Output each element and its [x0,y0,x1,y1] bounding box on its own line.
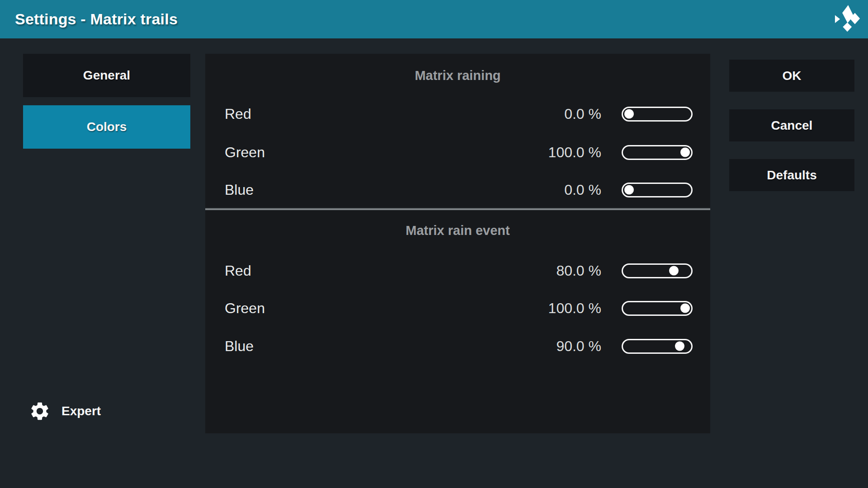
ok-button[interactable]: OK [729,60,854,92]
setting-value: 100.0 % [548,144,601,161]
settings-panel: Matrix raining Red 0.0 % Green 100.0 % B… [205,54,710,433]
setting-label: Red [225,106,564,122]
defaults-button[interactable]: Defaults [729,159,854,191]
section-header-matrix-raining: Matrix raining [205,61,710,90]
setting-row-event-red: Red 80.0 % [225,255,693,286]
sidebar-item-label: Colors [87,120,127,134]
setting-label: Blue [225,338,556,355]
slider-knob[interactable] [680,304,690,313]
gear-icon [29,400,51,422]
slider-knob[interactable] [675,342,684,351]
setting-value: 0.0 % [564,182,601,198]
section-divider [205,207,710,210]
green-slider[interactable] [622,145,693,160]
kodi-logo-icon [833,4,861,33]
settings-level-toggle[interactable]: Expert [29,399,101,424]
slider-knob[interactable] [669,266,679,276]
blue-slider[interactable] [622,183,693,197]
setting-row-event-blue: Blue 90.0 % [225,330,693,362]
defaults-button-label: Defaults [767,168,816,183]
dialog-titlebar: Settings - Matrix trails [0,0,868,38]
setting-value: 80.0 % [556,263,601,279]
sidebar-item-colors[interactable]: Colors [23,105,190,149]
ok-button-label: OK [783,69,802,83]
section-header-matrix-rain-event: Matrix rain event [205,216,710,245]
setting-value: 90.0 % [556,338,601,355]
setting-value: 100.0 % [548,300,601,317]
cancel-button[interactable]: Cancel [729,109,854,141]
setting-row-raining-blue: Blue 0.0 % [225,174,693,206]
page-title: Settings - Matrix trails [15,10,178,28]
slider-knob[interactable] [624,185,634,195]
red-slider[interactable] [622,263,693,278]
slider-knob[interactable] [624,109,634,119]
setting-row-raining-green: Green 100.0 % [225,136,693,168]
setting-label: Green [225,144,548,161]
cancel-button-label: Cancel [771,118,813,133]
setting-label: Green [225,300,548,317]
sidebar-item-label: General [83,68,130,83]
green-slider[interactable] [622,301,693,316]
blue-slider[interactable] [622,339,693,354]
sidebar-item-general[interactable]: General [23,54,190,97]
settings-level-label: Expert [61,404,101,418]
setting-row-raining-red: Red 0.0 % [225,98,693,130]
setting-label: Blue [225,182,564,198]
red-slider[interactable] [622,107,693,122]
setting-row-event-green: Green 100.0 % [225,292,693,324]
setting-value: 0.0 % [564,106,601,122]
setting-label: Red [225,263,556,279]
slider-knob[interactable] [680,148,690,157]
